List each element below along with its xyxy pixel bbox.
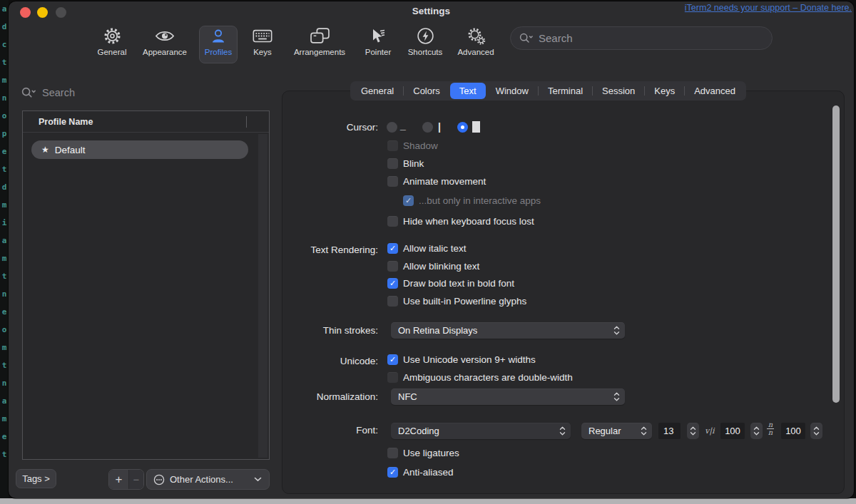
eye-icon [155, 26, 175, 46]
cursor-label: Cursor: [281, 122, 378, 133]
ambiguous-double-width-checkbox[interactable] [387, 372, 398, 383]
toolbar-label-profiles: Profiles [205, 48, 232, 56]
search-icon [519, 33, 534, 43]
use-ligatures-checkbox[interactable] [387, 448, 398, 458]
up-down-chevron-icon [559, 426, 566, 436]
tab-text[interactable]: Text [450, 83, 486, 99]
allow-blinking-label: Allow blinking text [403, 260, 479, 272]
sidebar-search-input[interactable]: Search [21, 87, 75, 98]
toolbar-item-arrangements[interactable]: Arrangements [290, 26, 350, 63]
vertical-spacing-stepper[interactable] [810, 423, 822, 439]
tab-window[interactable]: Window [486, 83, 538, 99]
pointer-icon [370, 26, 387, 46]
powerline-glyphs-checkbox[interactable] [387, 296, 398, 307]
toolbar-search-input[interactable]: Search [510, 26, 773, 50]
font-style-popup[interactable]: Regular [581, 423, 652, 439]
hide-keyboard-focus-checkbox[interactable] [387, 216, 398, 227]
unicode9-widths-checkbox[interactable] [387, 354, 398, 365]
anti-aliased-checkbox[interactable] [387, 467, 398, 478]
screen: a d c t m n o p e t d m i a m t n e o m … [0, 0, 856, 504]
blink-checkbox[interactable] [387, 158, 398, 169]
plus-icon: + [116, 473, 123, 487]
desktop-bottom-bar [0, 498, 856, 504]
unicode9-widths-label: Use Unicode version 9+ widths [403, 354, 536, 366]
remove-profile-button[interactable]: − [128, 470, 143, 489]
cursor-box-radio[interactable] [457, 122, 468, 133]
tags-button[interactable]: Tags > [16, 469, 56, 488]
font-size-stepper[interactable] [687, 423, 699, 439]
toolbar-label-shortcuts: Shortcuts [408, 48, 443, 56]
background-terminal-strip: a d c t m n o p e t d m i a m t n e o m … [0, 0, 9, 504]
toolbar-label-general: General [98, 48, 127, 56]
shadow-label: Shadow [403, 140, 438, 152]
toolbar-item-keys[interactable]: Keys [233, 26, 292, 63]
anti-aliased-label: Anti-aliased [403, 466, 454, 478]
ambiguous-double-width-label: Ambiguous characters are double-width [403, 371, 573, 384]
minus-icon: − [133, 473, 140, 485]
profile-tabs: General Colors Text Window Terminal Sess… [350, 81, 746, 101]
profile-name: Default [55, 145, 86, 155]
toolbar-label-keys: Keys [253, 48, 272, 56]
tab-keys[interactable]: Keys [645, 83, 684, 99]
vertical-spacing-value: 100 [785, 426, 801, 436]
up-down-chevron-icon [613, 326, 620, 335]
tab-general[interactable]: General [352, 83, 403, 99]
up-down-chevron-icon [613, 392, 620, 401]
up-down-chevron-icon [641, 426, 647, 436]
other-actions-label: Other Actions... [170, 474, 233, 485]
add-remove-group: + − [108, 469, 144, 490]
arrangements-icon [310, 26, 330, 46]
toolbar-item-profiles[interactable]: Profiles [199, 26, 238, 63]
add-profile-button[interactable]: + [109, 470, 128, 489]
horizontal-spacing-value: 100 [725, 426, 740, 436]
unicode-label: Unicode: [281, 356, 378, 367]
tab-session[interactable]: Session [593, 83, 644, 99]
font-family-popup[interactable]: D2Coding [391, 423, 571, 439]
horizontal-spacing-icon: v|i [705, 426, 714, 436]
toolbar-item-general[interactable]: General [82, 26, 142, 63]
hide-keyboard-focus-label: Hide when keyboard focus lost [403, 215, 534, 227]
toolbar-search-placeholder: Search [539, 32, 573, 44]
horizontal-spacing-stepper[interactable] [750, 423, 763, 439]
column-divider[interactable] [246, 116, 247, 128]
profile-row-default[interactable]: ★ Default [31, 140, 248, 159]
allow-blinking-checkbox[interactable] [387, 261, 398, 272]
pane-scrollbar[interactable] [832, 106, 840, 403]
more-circle-icon [153, 474, 165, 485]
profile-list-header[interactable]: Profile Name [23, 111, 269, 133]
bold-text-checkbox[interactable] [387, 278, 398, 289]
normalization-popup[interactable]: NFC [391, 389, 625, 405]
tab-colors[interactable]: Colors [404, 83, 449, 99]
cursor-underscore-radio[interactable] [387, 122, 397, 133]
shadow-checkbox[interactable] [387, 140, 398, 151]
tab-advanced[interactable]: Advanced [685, 83, 745, 99]
vertical-spacing-field[interactable]: 100 [781, 423, 805, 439]
text-rendering-label: Text Rendering: [281, 245, 378, 256]
thin-strokes-value: On Retina Displays [398, 325, 477, 336]
animate-movement-checkbox[interactable] [387, 176, 398, 187]
profile-list-scrollbar[interactable] [258, 134, 268, 458]
allow-italic-checkbox[interactable] [387, 243, 398, 254]
cursor-bar-radio[interactable] [422, 122, 433, 133]
font-style-value: Regular [588, 426, 621, 436]
normalization-value: NFC [398, 391, 417, 402]
toolbar-item-appearance[interactable]: Appearance [135, 26, 195, 63]
thin-strokes-popup[interactable]: On Retina Displays [391, 322, 625, 339]
donate-link[interactable]: iTerm2 needs your support – Donate here. [685, 3, 852, 13]
underscore-cursor-glyph: _ [400, 120, 406, 131]
other-actions-button[interactable]: Other Actions... [146, 469, 270, 490]
blink-label: Blink [403, 158, 424, 170]
toolbar-item-advanced[interactable]: Advanced [446, 26, 506, 63]
bar-cursor-glyph: | [438, 121, 441, 133]
but-only-interactive-checkbox[interactable] [403, 195, 414, 206]
lightning-circle-icon [417, 26, 434, 46]
font-size-value: 13 [663, 426, 673, 436]
use-ligatures-label: Use ligatures [403, 447, 459, 459]
tab-terminal[interactable]: Terminal [539, 83, 592, 99]
horizontal-spacing-field[interactable]: 100 [720, 423, 745, 439]
tags-button-label: Tags > [22, 473, 50, 484]
font-size-field[interactable]: 13 [658, 423, 681, 439]
toolbar-label-arrangements: Arrangements [294, 48, 345, 56]
but-only-interactive-label: ...but only in interactive apps [419, 195, 541, 207]
gears-icon [466, 26, 486, 46]
